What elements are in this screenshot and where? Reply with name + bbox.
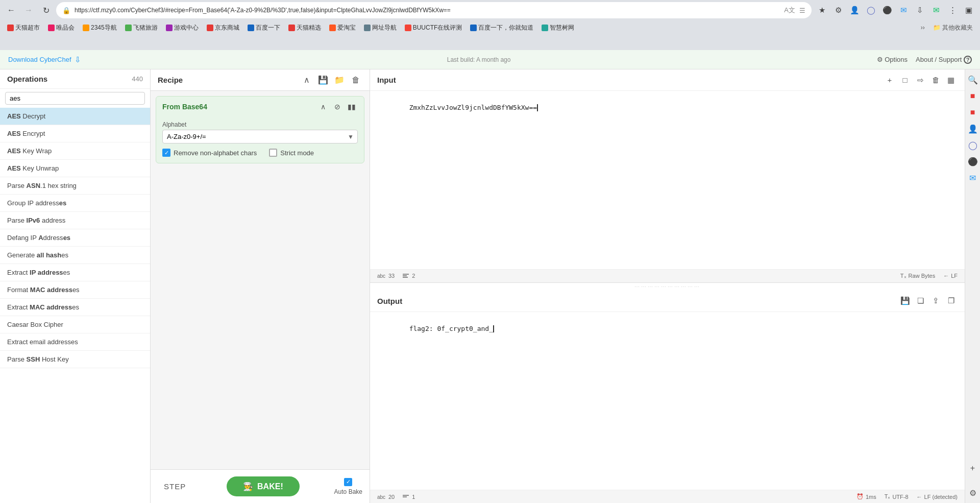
address-url: https://ctf.mzy0.com/CyberChef3/#recipe=… bbox=[75, 7, 780, 14]
more-bookmarks[interactable]: ›› bbox=[918, 23, 928, 32]
download-cyberchef[interactable]: Download CyberChef ⇩ bbox=[8, 55, 81, 64]
right-sidebar-outlook-btn[interactable]: ⚫ bbox=[967, 155, 979, 167]
encoding-icon: Tₓ bbox=[900, 273, 906, 279]
input-chars-stat: abc 33 bbox=[377, 273, 395, 279]
star-icon[interactable]: ★ bbox=[815, 3, 829, 17]
recipe-step-collapse-btn[interactable]: ∧ bbox=[317, 101, 329, 113]
sidebar-item-generate-hashes[interactable]: Generate all hashes bbox=[0, 247, 150, 264]
recipe-content: From Base64 ∧ ⊘ ▮▮ Alphabet A-Za-z0-9+/= bbox=[151, 91, 370, 469]
right-sidebar-settings-btn[interactable]: ⚙ bbox=[967, 487, 979, 499]
remove-nonalpha-checkbox-label[interactable]: ✓ Remove non-alphabet chars bbox=[162, 149, 257, 157]
bookmark-2345[interactable]: 2345导航 bbox=[80, 22, 120, 33]
bookmark-fzly[interactable]: 飞猪旅游 bbox=[122, 22, 161, 33]
step-button[interactable]: STEP bbox=[158, 479, 192, 494]
recipe-collapse-button[interactable]: ∧ bbox=[300, 74, 313, 87]
bookmark-baidu2[interactable]: 百度一下，你就知道 bbox=[467, 22, 536, 33]
output-maximize-button[interactable]: ❐ bbox=[944, 294, 958, 307]
sidebar-list: AES Decrypt AES Encrypt AES Key Wrap AES… bbox=[0, 108, 150, 503]
about-link[interactable]: About / Support ? bbox=[916, 56, 972, 64]
right-sidebar-history-btn[interactable]: ■ bbox=[967, 106, 979, 118]
output-encoding: UTF-8 bbox=[892, 494, 908, 500]
bookmark-icon-2345 bbox=[83, 25, 89, 31]
forward-button[interactable]: → bbox=[21, 3, 36, 17]
translate-icon: A文 bbox=[784, 6, 795, 15]
extensions-icon[interactable]: ◯ bbox=[864, 3, 878, 17]
input-clear-button[interactable]: 🗑 bbox=[929, 74, 942, 87]
search-input[interactable] bbox=[5, 92, 145, 105]
download-icon[interactable]: ⇩ bbox=[913, 3, 927, 17]
right-sidebar-extension-btn[interactable]: ◯ bbox=[967, 139, 979, 151]
sidebar-item-parse-ipv6[interactable]: Parse IPv6 address bbox=[0, 212, 150, 229]
output-save-button[interactable]: 💾 bbox=[898, 294, 912, 307]
recipe-step-pause-btn[interactable]: ▮▮ bbox=[346, 101, 358, 113]
more-icon[interactable]: ⋮ bbox=[945, 3, 960, 17]
circle-icon[interactable]: ⚫ bbox=[880, 3, 894, 17]
recipe-step-disable-btn[interactable]: ⊘ bbox=[331, 101, 344, 113]
sidebar-item-extract-email[interactable]: Extract email addresses bbox=[0, 333, 150, 351]
recipe-load-button[interactable]: 📁 bbox=[333, 74, 346, 87]
input-line-ending: LF bbox=[951, 273, 958, 279]
send-icon[interactable]: ✉ bbox=[896, 3, 911, 17]
sidebar-item-extract-ip[interactable]: Extract IP addresses bbox=[0, 264, 150, 281]
bookmark-buuctf[interactable]: BUUCTF在线评测 bbox=[402, 22, 465, 33]
sidebar-item-defang-ip[interactable]: Defang IP Addresses bbox=[0, 229, 150, 247]
strict-mode-checkbox[interactable] bbox=[269, 149, 277, 157]
sidebar-search-area bbox=[0, 89, 150, 108]
input-content[interactable]: ZmxhZzLvvJowZl9jcnlwdDBfYW5kXw== bbox=[370, 91, 965, 269]
alphabet-select[interactable]: A-Za-z0-9+/= A-Za-z0-9-_ bbox=[162, 130, 358, 143]
bookmark-vipshop[interactable]: 唯品会 bbox=[45, 22, 78, 33]
collections-icon[interactable]: ⚙ bbox=[831, 3, 845, 17]
profile-icon[interactable]: 👤 bbox=[847, 3, 862, 17]
bookmark-jd[interactable]: 京东商城 bbox=[204, 22, 242, 33]
remove-nonalpha-checkbox[interactable]: ✓ bbox=[162, 149, 170, 157]
bookmark-zhihuishu[interactable]: 智慧树网 bbox=[538, 22, 577, 33]
auto-bake-checkbox[interactable]: ✓ bbox=[344, 478, 352, 486]
sidebar-item-parse-asn[interactable]: Parse ASN.1 hex string bbox=[0, 177, 150, 195]
sidebar-item-extract-mac[interactable]: Extract MAC addresses bbox=[0, 299, 150, 316]
bookmark-icon-fzly bbox=[125, 25, 132, 31]
output-copy-button[interactable]: ❏ bbox=[914, 294, 927, 307]
recipe-clear-button[interactable]: 🗑 bbox=[349, 74, 362, 87]
sidebar-toggle[interactable]: ▣ bbox=[962, 3, 976, 17]
sidebar-item-aes-key-unwrap[interactable]: AES Key Unwrap bbox=[0, 160, 150, 177]
bookmark-icon-nav bbox=[364, 25, 371, 31]
input-chars-count: 33 bbox=[388, 273, 395, 279]
bookmark-game[interactable]: 游戏中心 bbox=[163, 22, 202, 33]
bookmark-icon-tianmao bbox=[7, 25, 14, 31]
right-sidebar-plus-btn[interactable]: + bbox=[967, 462, 979, 474]
address-bar[interactable]: 🔒 https://ctf.mzy0.com/CyberChef3/#recip… bbox=[56, 2, 812, 18]
sidebar-item-caesar-box[interactable]: Caesar Box Cipher bbox=[0, 316, 150, 333]
output-to-input-button[interactable]: ⇪ bbox=[929, 294, 942, 307]
back-button[interactable]: ← bbox=[4, 3, 18, 17]
sidebar-item-parse-ssh[interactable]: Parse SSH Host Key bbox=[0, 351, 150, 368]
sidebar-item-format-mac[interactable]: Format MAC addresses bbox=[0, 281, 150, 299]
sidebar-item-aes-encrypt-bold: AES bbox=[7, 130, 21, 137]
sidebar-item-aes-decrypt[interactable]: AES Decrypt bbox=[0, 108, 150, 125]
bookmark-taobao[interactable]: 爱淘宝 bbox=[326, 22, 359, 33]
recipe-save-button[interactable]: 💾 bbox=[316, 74, 330, 87]
bake-button[interactable]: 👨‍🍳 BAKE! bbox=[227, 476, 300, 496]
strict-mode-checkbox-label[interactable]: Strict mode bbox=[269, 149, 314, 157]
refresh-button[interactable]: ↻ bbox=[39, 3, 53, 17]
bookmark-tianmaojx[interactable]: 天猫精选 bbox=[285, 22, 324, 33]
input-status-bar: abc 33 2 Tₓ Raw Bytes ← LF bbox=[370, 269, 965, 282]
input-new-tab-button[interactable]: □ bbox=[898, 74, 912, 87]
right-sidebar-profile-btn[interactable]: 👤 bbox=[967, 123, 979, 135]
output-header: Output 💾 ❏ ⇪ ❐ bbox=[370, 291, 965, 312]
bookmark-icon-vip bbox=[48, 25, 55, 31]
right-sidebar-search-btn[interactable]: 🔍 bbox=[967, 74, 979, 86]
bookmark-nav[interactable]: 网址导航 bbox=[361, 22, 400, 33]
other-bookmarks[interactable]: 📁 其他收藏夹 bbox=[930, 22, 976, 33]
right-sidebar-bookmark-btn[interactable]: ■ bbox=[967, 90, 979, 102]
right-sidebar-send-btn[interactable]: ✉ bbox=[967, 172, 979, 184]
bookmark-baidu[interactable]: 百度一下 bbox=[244, 22, 283, 33]
wechat-icon[interactable]: ✉ bbox=[929, 3, 943, 17]
bookmark-tianmao[interactable]: 天猫超市 bbox=[4, 22, 43, 33]
sidebar-item-aes-encrypt[interactable]: AES Encrypt bbox=[0, 125, 150, 142]
options-link[interactable]: ⚙ Options bbox=[877, 56, 908, 63]
input-swap-button[interactable]: ▦ bbox=[944, 74, 958, 87]
input-add-button[interactable]: + bbox=[883, 74, 896, 87]
sidebar-item-aes-key-wrap[interactable]: AES Key Wrap bbox=[0, 142, 150, 160]
sidebar-item-group-ip[interactable]: Group IP addresses bbox=[0, 195, 150, 212]
input-load-button[interactable]: ⇨ bbox=[914, 74, 927, 87]
